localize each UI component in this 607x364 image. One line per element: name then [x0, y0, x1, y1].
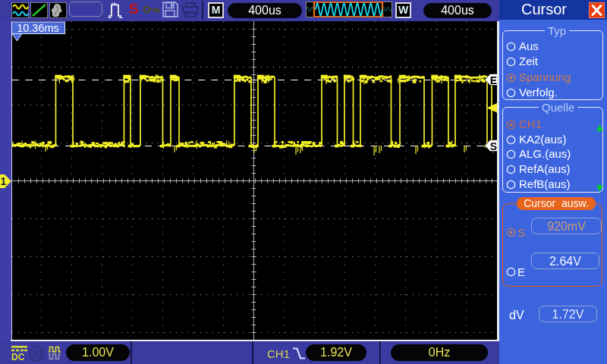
svg-text:10.36ms: 10.36ms: [17, 22, 59, 34]
svg-text:E: E: [490, 74, 497, 86]
svg-text:DC: DC: [11, 352, 25, 362]
svg-text:S: S: [490, 140, 497, 152]
svg-text:20: 20: [32, 349, 42, 359]
svg-text:1: 1: [1, 175, 7, 187]
